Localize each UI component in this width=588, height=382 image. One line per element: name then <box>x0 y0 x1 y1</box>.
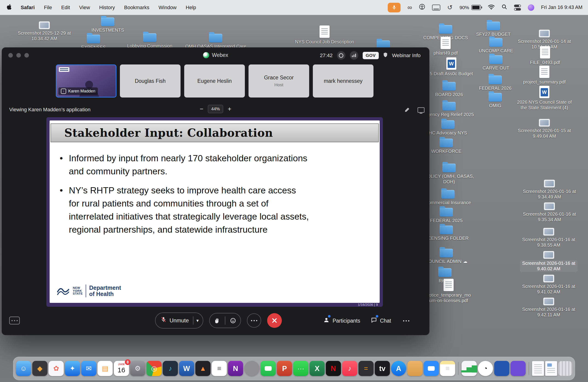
word-icon[interactable]: W <box>179 361 194 376</box>
desktop-icon[interactable]: W Screenshot 2026-01-16 at 9.35.34 AM ☁ <box>521 201 578 222</box>
closed-caption-button[interactable] <box>9 317 20 325</box>
apple-menu-icon[interactable] <box>7 4 11 11</box>
menu-item[interactable]: History <box>99 5 115 11</box>
audio-options-chevron-icon[interactable]: ▾ <box>196 318 199 323</box>
zoom-in-button[interactable]: + <box>228 106 231 113</box>
desktop-icon[interactable]: W project_summary.pdf ☁ <box>516 66 573 85</box>
calculator-icon[interactable]: = <box>358 361 374 376</box>
calendar-icon[interactable]: JAN 16 8 <box>114 361 129 376</box>
desktop-icon[interactable]: W OMH OASAS Integrated Care ☁ <box>182 32 249 49</box>
accessibility-icon[interactable] <box>419 4 425 11</box>
menu-item[interactable]: Safari <box>21 5 35 11</box>
desktop-icon[interactable]: W Screenshot 2026-01-15 at 9.49.04 AM ☁ <box>516 117 573 139</box>
participants-button[interactable]: Participants <box>323 317 360 325</box>
zoom-out-button[interactable]: − <box>200 106 204 113</box>
participant-tile[interactable]: Douglas Fish <box>120 64 181 97</box>
creative-cloud-icon[interactable]: ∞ <box>407 4 412 11</box>
app-icon-dark[interactable]: ▲ <box>195 361 211 376</box>
menu-item[interactable]: Bookmarks <box>124 5 149 11</box>
preview-doc-icon[interactable] <box>545 361 557 376</box>
desktop-icon[interactable]: W Screenshot 2026-01-16 at 9.42.11 AM ☁ <box>520 296 577 318</box>
display-share-icon[interactable] <box>418 107 424 113</box>
time-machine-icon[interactable]: ↺ <box>447 4 452 11</box>
mail-icon[interactable]: ✉ <box>81 361 96 376</box>
more-options-button[interactable] <box>247 313 261 328</box>
webinar-info-link[interactable]: Webinar Info <box>392 53 420 58</box>
finder-icon[interactable]: ☺ <box>16 361 31 376</box>
desktop-icon[interactable]: W Screenshot 2026-01-16 at 9.40.02 AM ☁ <box>520 249 577 272</box>
apple-tv-icon[interactable]: tv <box>375 361 390 376</box>
desktop-icon[interactable]: W INVESTMENTS ☁ <box>79 16 136 33</box>
minimize-window-button[interactable] <box>16 53 21 57</box>
documents-icon[interactable] <box>532 361 544 376</box>
mic-in-use-indicator[interactable] <box>388 3 400 12</box>
settings-icon[interactable]: ⚙ <box>130 361 145 376</box>
menu-item[interactable]: View <box>79 5 90 11</box>
menu-item[interactable]: File <box>44 5 52 11</box>
amazon-music-icon[interactable]: ♪ <box>163 361 178 376</box>
app-store-icon[interactable]: A <box>391 361 406 376</box>
onenote-icon[interactable]: N <box>228 361 243 376</box>
zoom-level[interactable]: 44% <box>208 105 223 113</box>
photos-icon[interactable]: ✿ <box>49 361 64 376</box>
purple-app-icon[interactable] <box>511 361 526 376</box>
desktop-icon[interactable]: W Lobbying Commission ☁ <box>121 31 178 49</box>
notes-icon[interactable]: ≡ <box>440 361 455 376</box>
leave-meeting-button[interactable] <box>267 313 282 328</box>
desktop-icon[interactable]: W 2026 NYS Council State of the State St… <box>516 86 573 110</box>
books-icon[interactable]: ▤ <box>98 361 113 376</box>
powerpoint-icon[interactable]: P <box>277 361 292 376</box>
more-panel-options-button[interactable] <box>402 316 411 325</box>
files-app-icon[interactable] <box>407 361 423 376</box>
participant-tile[interactable]: Eugene Heslin <box>184 64 245 97</box>
record-indicator-icon[interactable] <box>337 51 345 60</box>
desktop-icon[interactable]: W NYS Council Job Description ☁ <box>289 25 360 45</box>
desktop-icon[interactable]: W UNCOMP CARE ☁ <box>467 36 525 54</box>
spotlight-search-icon[interactable] <box>502 4 507 11</box>
numbers-icon[interactable]: ▂▅▇ <box>462 361 477 376</box>
desktop-icon[interactable]: W FILE_0493.pdf ☁ <box>516 46 574 65</box>
wifi-icon[interactable] <box>488 4 495 11</box>
close-window-button[interactable] <box>8 53 13 57</box>
participant-name: Eugene Heslin <box>197 78 232 84</box>
chat-button[interactable]: Chat <box>371 317 391 325</box>
apple-music-icon[interactable]: ♪ <box>342 361 357 376</box>
participant-tile[interactable]: Grace Secor Host <box>249 64 309 97</box>
list-app-icon[interactable]: ≡ <box>212 361 227 376</box>
control-center-icon[interactable] <box>514 5 521 11</box>
maximize-window-button[interactable] <box>24 53 29 57</box>
desktop-icon[interactable]: W Screenshot 2026-01-16 at 9.41.02 AM ☁ <box>520 273 577 295</box>
emoji-reactions-button[interactable] <box>225 313 240 328</box>
facetime-icon[interactable] <box>261 361 276 376</box>
blue-app-icon[interactable] <box>494 361 509 376</box>
safari-icon[interactable]: ✦ <box>65 361 80 376</box>
active-speaker-video-tile[interactable]: ↑ Karen Madden <box>56 64 116 97</box>
menu-bar-clock[interactable]: Fri Jan 16 9:43 AM <box>541 5 583 10</box>
keyboard-icon[interactable] <box>432 5 440 11</box>
gray-app-icon[interactable] <box>244 361 260 376</box>
folder-icon <box>442 102 456 111</box>
excel-icon[interactable]: X <box>310 361 325 376</box>
desktop-icon[interactable]: W Screenshot 2026-01-16 at 9.34.49 AM ☁ <box>521 178 578 200</box>
chrome-icon[interactable]: ◎ <box>147 361 162 376</box>
clock-app-icon[interactable]: ◔ <box>478 361 493 376</box>
menu-item[interactable]: Window <box>158 5 176 11</box>
launchpad-icon[interactable]: ◆ <box>32 361 47 376</box>
menu-item[interactable]: Edit <box>61 5 70 11</box>
desktop-icon[interactable]: W Screenshot 2025-12-29 at 10.34.42 AM ☁ <box>16 19 73 41</box>
netflix-icon[interactable]: N <box>326 361 341 376</box>
desktop-icon[interactable]: W Screenshot 2026-01-16 at 9.38.55 AM ☁ <box>520 226 577 248</box>
folder-icon <box>440 226 453 234</box>
menu-item[interactable]: Help <box>186 5 196 11</box>
unmute-button[interactable]: Unmute ▾ <box>155 312 203 328</box>
desktop-icon[interactable]: W SFY27 BUDGET ☁ <box>465 20 522 37</box>
zoom-icon[interactable] <box>424 361 439 376</box>
battery-status[interactable]: 90% <box>460 5 481 10</box>
raise-hand-button[interactable] <box>210 313 225 328</box>
participant-tile[interactable]: mark hennessey <box>313 64 374 97</box>
status-app-icon[interactable] <box>528 4 534 11</box>
annotate-pen-icon[interactable] <box>404 107 410 114</box>
connection-quality-icon[interactable] <box>350 51 358 60</box>
trash-icon[interactable] <box>558 361 572 376</box>
messages-icon[interactable]: ··· <box>293 361 309 376</box>
